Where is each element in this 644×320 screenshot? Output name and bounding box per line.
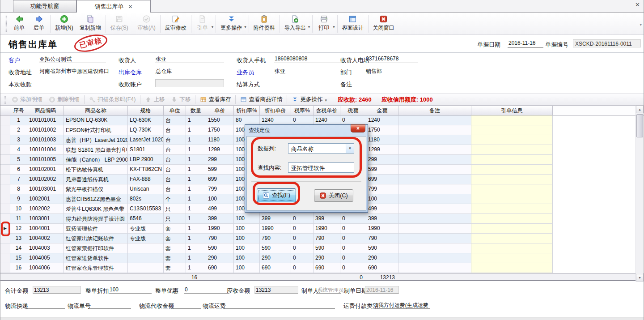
table-row[interactable]: 151004005红管家送货单软件套129010029002900290 xyxy=(0,253,644,263)
footer-field[interactable]: 1我方付运费(生成运费 xyxy=(374,301,430,309)
table-cell[interactable]: 1 xyxy=(186,204,206,214)
doc-date-field[interactable]: 2016-11-16 xyxy=(508,40,543,48)
table-cell[interactable]: 0 xyxy=(291,253,314,263)
table-cell[interactable]: 台 xyxy=(164,135,186,145)
footer-field[interactable] xyxy=(25,301,65,309)
table-cell[interactable]: 9 xyxy=(10,194,27,204)
table-cell[interactable]: 100 xyxy=(234,214,260,224)
table-cell[interactable]: 590 xyxy=(260,243,291,253)
row-indicator[interactable] xyxy=(0,204,10,214)
table-cell[interactable]: 0 xyxy=(340,234,366,243)
table-cell[interactable]: FAX-888 xyxy=(128,175,164,184)
table-cell[interactable]: 1 xyxy=(186,135,206,145)
table-cell[interactable]: C13S015583 xyxy=(128,204,164,214)
footer-field[interactable]: 100 xyxy=(109,286,152,294)
table-cell[interactable]: 1004003 xyxy=(27,243,64,253)
table-cell[interactable]: 5 xyxy=(10,155,27,165)
table-cell[interactable]: 699 xyxy=(206,175,234,184)
table-cell[interactable]: 1240 xyxy=(366,115,398,125)
row-indicator[interactable] xyxy=(0,135,10,145)
row-indicator[interactable] xyxy=(0,145,10,155)
table-cell[interactable]: 100101002 xyxy=(27,125,64,135)
table-cell[interactable]: 399 xyxy=(366,214,398,224)
table-cell[interactable]: 1180 xyxy=(366,135,398,145)
table-cell[interactable] xyxy=(398,135,471,145)
table-cell[interactable]: 1 xyxy=(186,115,206,125)
footer-field[interactable]: 0 xyxy=(184,286,229,294)
table-cell[interactable]: 1002002 xyxy=(27,204,64,214)
table-cell[interactable]: 1240 xyxy=(260,115,291,125)
table-cell[interactable]: 1550 xyxy=(206,115,234,125)
table-cell[interactable]: 290 xyxy=(206,253,234,263)
table-cell[interactable]: 11 xyxy=(10,214,27,224)
dialog-close-button[interactable]: × xyxy=(351,124,365,132)
table-cell[interactable]: 1004001 xyxy=(27,224,64,234)
table-cell[interactable]: LaserJet 1020 xyxy=(128,135,164,145)
toolbar-button-import-export[interactable]: 导入导出 xyxy=(281,13,309,34)
toolbar-button-copy[interactable]: 复制新增 xyxy=(76,13,104,34)
form-field[interactable] xyxy=(365,79,418,87)
table-cell[interactable] xyxy=(471,125,553,135)
table-cell[interactable]: 7 xyxy=(10,175,27,184)
table-cell[interactable] xyxy=(471,115,553,125)
table-cell[interactable]: 台 xyxy=(164,145,186,155)
table-cell[interactable] xyxy=(398,204,471,214)
table-cell[interactable]: 1750 xyxy=(206,125,234,135)
selected-row-indicator[interactable]: ▶ xyxy=(0,224,10,234)
table-cell[interactable]: 399 xyxy=(206,214,234,224)
table-cell[interactable]: 1 xyxy=(186,214,206,224)
table-cell[interactable]: 10 xyxy=(10,204,27,214)
table-cell[interactable]: 1 xyxy=(186,125,206,135)
table-cell[interactable]: 100102001 xyxy=(27,165,64,175)
search-content-input[interactable]: 亚拓管理软件 xyxy=(288,162,354,173)
toolbar-button-print[interactable]: 打印 xyxy=(314,13,334,34)
table-cell[interactable]: 802s xyxy=(128,194,164,204)
table-cell[interactable]: 套 xyxy=(164,253,186,263)
table-cell[interactable]: 1990 xyxy=(366,224,398,234)
table-cell[interactable]: 290 xyxy=(314,253,340,263)
tab-close-icon[interactable]: ✕ xyxy=(128,4,132,9)
table-cell[interactable] xyxy=(398,125,471,135)
table-cell[interactable]: 15 xyxy=(10,253,27,263)
table-cell[interactable]: LQ-630K xyxy=(128,115,164,125)
table-cell[interactable]: 1 xyxy=(186,184,206,194)
table-cell[interactable]: 100 xyxy=(234,253,260,263)
table-cell[interactable]: 佳能（Canon） LBP 2900+ xyxy=(64,155,128,165)
table-cell[interactable]: 1 xyxy=(186,155,206,165)
table-row[interactable]: ▶121004001亚拓管理软件专业版套11990100199001990019… xyxy=(0,224,644,234)
table-cell[interactable]: 699 xyxy=(366,175,398,184)
row-indicator[interactable] xyxy=(0,234,10,243)
table-cell[interactable]: 8 xyxy=(10,184,27,194)
table-cell[interactable]: S1801 xyxy=(128,145,164,155)
table-cell[interactable]: 红管家出纳记账软件 xyxy=(64,234,128,243)
scroll-down-icon[interactable]: ▼ xyxy=(636,274,644,282)
row-indicator[interactable] xyxy=(0,184,10,194)
table-cell[interactable]: 6 xyxy=(10,165,27,175)
table-cell[interactable]: 590 xyxy=(366,243,398,253)
table-cell[interactable]: 100 xyxy=(206,194,234,204)
table-cell[interactable]: 兄弟普通纸传真机 xyxy=(64,175,128,184)
footer-field[interactable] xyxy=(223,301,335,309)
form-field[interactable]: 销售部 xyxy=(365,67,418,75)
table-cell[interactable]: 799 xyxy=(206,184,234,194)
table-cell[interactable] xyxy=(471,145,553,155)
footer-field[interactable] xyxy=(89,301,131,309)
table-cell[interactable]: 690 xyxy=(314,263,340,273)
table-cell[interactable]: 0 xyxy=(291,214,314,224)
table-cell[interactable] xyxy=(471,165,553,175)
form-field[interactable]: 张亚 xyxy=(274,67,345,75)
table-cell[interactable]: 只 xyxy=(164,204,186,214)
table-cell[interactable]: 0 xyxy=(291,263,314,273)
table-cell[interactable]: 1 xyxy=(186,234,206,243)
table-cell[interactable]: 0 xyxy=(340,263,366,273)
data-column-select[interactable]: 商品名称 ▼ xyxy=(288,143,354,154)
table-cell[interactable]: 松下热敏传真机 xyxy=(64,165,128,175)
table-cell[interactable]: 联想 S1801 黑白激光打印 xyxy=(64,145,128,155)
table-cell[interactable]: 台 xyxy=(164,115,186,125)
table-cell[interactable]: 1 xyxy=(186,175,206,184)
table-cell[interactable]: 790 xyxy=(366,234,398,243)
table-cell[interactable]: 台 xyxy=(164,165,186,175)
dropdown-caret-icon[interactable]: ▾ xyxy=(212,25,214,29)
toolbar-button-ui-design[interactable]: 界面设计 xyxy=(339,13,367,34)
find-button[interactable]: 查找(F) xyxy=(257,188,296,202)
